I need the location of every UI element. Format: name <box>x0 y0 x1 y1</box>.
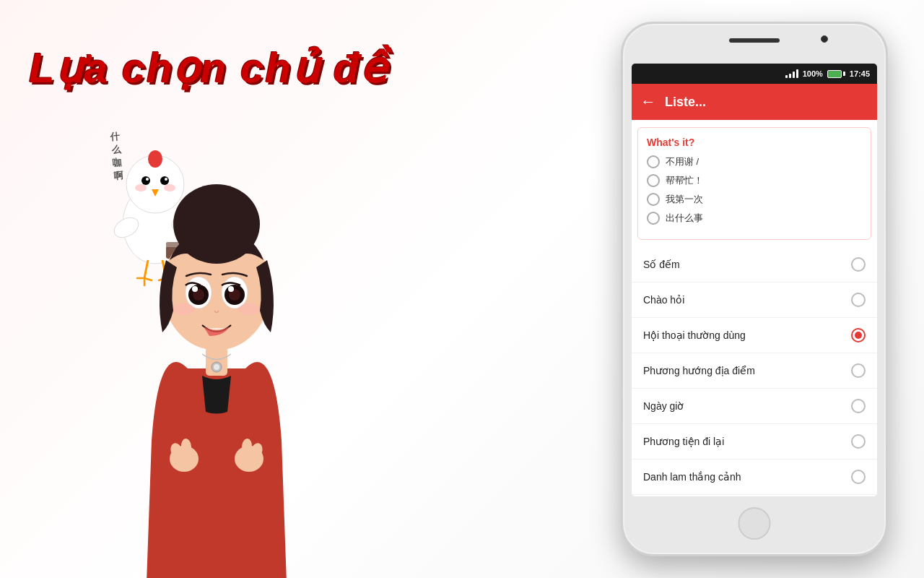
back-button[interactable]: ← <box>640 92 656 111</box>
list-item-chao-hoi[interactable]: Chào hỏi <box>632 282 877 318</box>
signal-bar-4 <box>796 69 798 78</box>
list-item-so-dem[interactable]: Số đếm <box>632 247 877 282</box>
signal-bar-1 <box>785 75 788 78</box>
home-button[interactable] <box>738 507 771 540</box>
radio-hoi-thoai[interactable] <box>851 328 866 342</box>
status-time: 17:45 <box>850 69 870 78</box>
topic-phuong-tien: Phương tiện đi lại <box>643 436 724 447</box>
phone-screen: 100% 17:45 ← Liste... What's it? <box>632 64 877 496</box>
list-item-an-uong[interactable]: Ăn uống <box>632 495 877 496</box>
radio-phuong-huong[interactable] <box>851 363 866 378</box>
quiz-card: What's it? 不用谢 / 帮帮忙！ 我第一次 <box>637 127 871 240</box>
option-text-3: 我第一次 <box>666 193 703 206</box>
signal-bar-2 <box>789 74 791 78</box>
radio-option-1[interactable] <box>647 155 660 168</box>
list-item-hoi-thoai[interactable]: Hội thoại thường dùng <box>632 318 877 353</box>
topic-ngay-gio: Ngày giờ <box>643 400 684 412</box>
content-area[interactable]: What's it? 不用谢 / 帮帮忙！ 我第一次 <box>632 120 877 496</box>
topic-list: Số đếm Chào hỏi Hội thoại thường dùng Ph… <box>632 247 877 496</box>
radio-option-2[interactable] <box>647 174 660 187</box>
radio-option-3[interactable] <box>647 193 660 206</box>
battery-percent: 100% <box>803 69 823 78</box>
list-item-ngay-gio[interactable]: Ngày giờ <box>632 389 877 424</box>
option-text-4: 出什么事 <box>666 212 703 225</box>
phone-camera <box>821 35 828 43</box>
signal-icon <box>785 69 798 78</box>
topic-hoi-thoai: Hội thoại thường dùng <box>643 329 746 341</box>
topic-danh-lam: Danh lam thắng cảnh <box>643 471 741 483</box>
battery-tip <box>843 72 845 76</box>
option-text-2: 帮帮忙！ <box>666 174 703 187</box>
radio-phuong-tien[interactable] <box>851 434 866 449</box>
app-top-bar: ← Liste... <box>632 84 877 120</box>
topic-so-dem: Số đếm <box>643 259 680 270</box>
list-item-danh-lam[interactable]: Danh lam thắng cảnh <box>632 460 877 495</box>
status-bar: 100% 17:45 <box>632 64 877 84</box>
app-title: Liste... <box>665 95 706 110</box>
radio-chao-hoi[interactable] <box>851 293 866 307</box>
radio-ngay-gio[interactable] <box>851 399 866 413</box>
phone-speaker <box>729 38 780 43</box>
phone-frame: 100% 17:45 ← Liste... What's it? <box>621 22 888 556</box>
card-option-1[interactable]: 不用谢 / <box>647 155 862 168</box>
list-item-phuong-tien[interactable]: Phương tiện đi lại <box>632 424 877 460</box>
card-option-3[interactable]: 我第一次 <box>647 193 862 206</box>
topic-chao-hoi: Chào hỏi <box>643 294 684 306</box>
topic-phuong-huong: Phương hướng địa điểm <box>643 365 755 376</box>
signal-bar-3 <box>793 72 795 78</box>
phone-wrapper: 100% 17:45 ← Liste... What's it? <box>621 22 888 556</box>
card-option-2[interactable]: 帮帮忙！ <box>647 174 862 187</box>
battery-body <box>827 70 842 78</box>
radio-option-4[interactable] <box>647 212 660 225</box>
list-item-phuong-huong[interactable]: Phương hướng địa điểm <box>632 353 877 389</box>
radio-so-dem[interactable] <box>851 257 866 272</box>
card-question: What's it? <box>647 137 862 148</box>
page-title: Lựa chọn chủ đề <box>29 43 388 92</box>
radio-danh-lam[interactable] <box>851 470 866 484</box>
card-option-4[interactable]: 出什么事 <box>647 212 862 225</box>
battery-icon <box>827 70 845 78</box>
option-text-1: 不用谢 / <box>666 155 699 168</box>
